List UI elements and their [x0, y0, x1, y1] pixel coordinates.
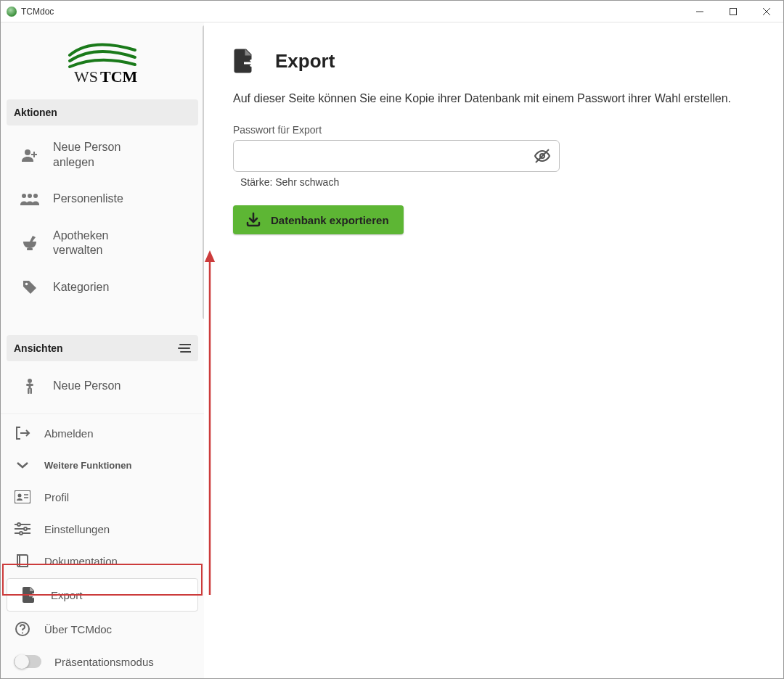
file-export-icon: [20, 586, 38, 604]
section-label: Ansichten: [14, 342, 63, 354]
section-label: Aktionen: [14, 107, 57, 118]
sidebar-item-label: Über TCMdoc: [44, 623, 112, 635]
window-controls: [683, 1, 783, 22]
svg-point-23: [18, 494, 22, 498]
toggle-knob: [15, 654, 29, 669]
app-icon: [7, 7, 17, 17]
svg-point-17: [28, 379, 32, 383]
password-field-wrap: [233, 140, 560, 172]
id-card-icon: [14, 488, 31, 506]
window-title: TCMdoc: [21, 7, 54, 17]
list-icon[interactable]: [178, 343, 191, 353]
sidebar-item-einstellungen[interactable]: Einstellungen: [1, 513, 204, 545]
tag-icon: [20, 277, 40, 297]
password-strength: Stärke: Sehr schwach: [240, 176, 769, 188]
person-icon: [20, 376, 40, 396]
titlebar-left: TCMdoc: [7, 7, 54, 17]
sidebar-item-label: Neue Person anlegen: [53, 140, 155, 170]
download-icon: [246, 213, 261, 227]
minimize-icon: [696, 8, 703, 15]
sidebar-item-export[interactable]: Export: [7, 578, 198, 612]
sidebar-item-personenliste[interactable]: Personenliste: [7, 181, 198, 218]
minimize-button[interactable]: [683, 1, 716, 22]
book-icon: [14, 552, 31, 569]
svg-marker-38: [205, 250, 215, 262]
svg-point-13: [25, 283, 28, 286]
sidebar-bottom: Abmelden Weitere Funktionen Profil: [1, 413, 204, 678]
svg-rect-21: [30, 388, 33, 394]
praesentationsmodus-row: Präsentationsmodus: [1, 645, 204, 678]
sidebar: WS TCM Aktionen Neue Person anlegen: [1, 22, 204, 678]
password-label: Passwort für Export: [233, 124, 769, 136]
toggle-label: Präsentationsmodus: [54, 656, 154, 668]
eye-off-icon[interactable]: [534, 147, 551, 165]
svg-point-11: [33, 194, 38, 198]
export-button-label: Datenbank exportieren: [271, 214, 389, 226]
annotation-arrow-icon: [203, 250, 217, 598]
chevron-down-icon: [14, 456, 31, 474]
svg-point-34: [22, 633, 23, 634]
sidebar-item-label: Kategorien: [53, 280, 109, 295]
password-input[interactable]: [233, 140, 560, 172]
sidebar-item-label: Apotheken verwalten: [53, 229, 155, 259]
section-header-ansichten: Ansichten: [7, 335, 198, 361]
section-header-aktionen: Aktionen: [7, 99, 198, 125]
sidebar-scroll-area: WS TCM Aktionen Neue Person anlegen: [1, 22, 204, 413]
sidebar-item-label: Personenliste: [53, 192, 123, 207]
sidebar-item-weitere-funktionen[interactable]: Weitere Funktionen: [1, 449, 204, 481]
logo: WS TCM: [1, 22, 204, 94]
main-content: Export Auf dieser Seite können Sie eine …: [204, 22, 783, 678]
logout-icon: [14, 424, 31, 442]
svg-text:WS: WS: [74, 67, 98, 86]
close-button[interactable]: [750, 1, 783, 22]
sidebar-item-kategorien[interactable]: Kategorien: [7, 268, 198, 306]
page-description: Auf dieser Seite können Sie eine Kopie i…: [233, 92, 769, 105]
mortar-icon: [20, 233, 40, 253]
svg-point-6: [25, 149, 30, 155]
praesentation-toggle[interactable]: [14, 655, 41, 668]
svg-point-9: [22, 194, 26, 198]
export-database-button[interactable]: Datenbank exportieren: [233, 205, 404, 234]
close-icon: [763, 8, 770, 15]
main-header: Export: [233, 49, 769, 73]
maximize-button[interactable]: [716, 1, 750, 22]
sidebar-item-neue-person-anlegen[interactable]: Neue Person anlegen: [7, 131, 198, 179]
help-icon: [14, 620, 31, 638]
sidebar-item-label: Profil: [44, 491, 69, 503]
logo-icon: WS TCM: [48, 37, 157, 88]
people-icon: [20, 189, 40, 210]
svg-rect-22: [15, 490, 30, 503]
sidebar-item-label: Weitere Funktionen: [44, 460, 131, 471]
svg-rect-19: [26, 384, 33, 386]
titlebar: TCMdoc: [1, 1, 783, 22]
file-export-icon: [233, 49, 255, 73]
sidebar-item-label: Neue Person: [53, 379, 121, 394]
sidebar-item-apotheken[interactable]: Apotheken verwalten: [7, 220, 198, 268]
sidebar-item-profil[interactable]: Profil: [1, 481, 204, 513]
sidebar-item-label: Einstellungen: [44, 523, 110, 535]
svg-point-10: [28, 194, 32, 198]
sidebar-item-label: Export: [51, 589, 82, 601]
svg-text:TCM: TCM: [100, 67, 138, 86]
sidebar-item-label: Dokumentation: [44, 555, 118, 567]
sliders-icon: [14, 520, 31, 538]
svg-rect-8: [31, 154, 37, 155]
sidebar-item-ueber[interactable]: Über TCMdoc: [1, 613, 204, 645]
svg-point-29: [24, 527, 27, 530]
svg-point-27: [17, 523, 20, 526]
person-add-icon: [20, 145, 40, 165]
app-window: TCMdoc WS: [0, 0, 784, 679]
sidebar-item-label: Abmelden: [44, 427, 94, 440]
svg-rect-12: [27, 248, 33, 250]
sidebar-item-abmelden[interactable]: Abmelden: [1, 417, 204, 449]
sidebar-item-neue-person[interactable]: Neue Person: [7, 367, 198, 405]
app-body: WS TCM Aktionen Neue Person anlegen: [1, 22, 783, 678]
svg-point-31: [20, 532, 23, 535]
sidebar-item-dokumentation[interactable]: Dokumentation: [1, 545, 204, 577]
page-title: Export: [275, 50, 335, 73]
svg-rect-20: [28, 388, 30, 394]
svg-rect-1: [730, 8, 737, 15]
maximize-icon: [730, 8, 737, 15]
